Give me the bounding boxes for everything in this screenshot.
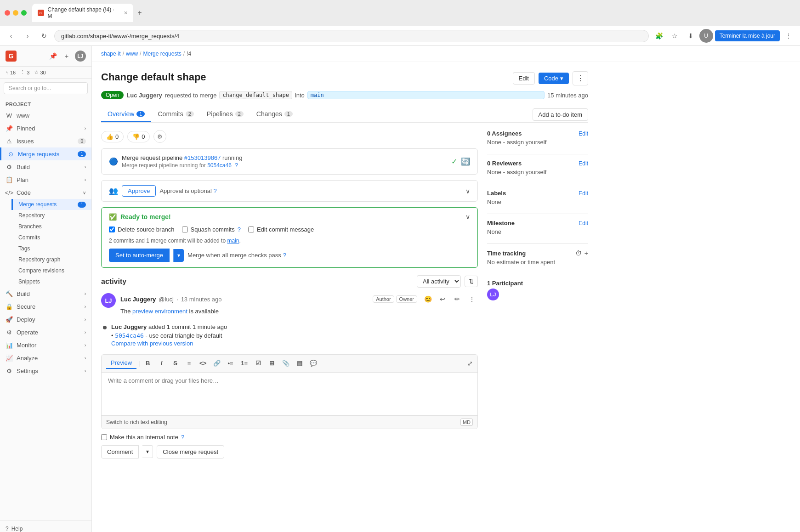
sidebar-item-monitor[interactable]: 📊 Monitor › bbox=[0, 339, 91, 351]
delete-source-label[interactable]: Delete source branch bbox=[109, 226, 175, 233]
address-bar[interactable]: gitlab.com/shape-it/www/-/merge_requests… bbox=[54, 30, 649, 42]
tab-close-btn[interactable]: ✕ bbox=[124, 10, 128, 16]
reviewers-edit-btn[interactable]: Edit bbox=[579, 160, 588, 167]
edit-mr-btn[interactable]: Edit bbox=[513, 72, 535, 85]
bold-btn[interactable]: B bbox=[142, 357, 154, 369]
labels-edit-btn[interactable]: Edit bbox=[579, 190, 588, 197]
more-comment-btn[interactable]: ⋮ bbox=[466, 293, 478, 305]
comment-textarea[interactable] bbox=[102, 373, 477, 414]
breadcrumb-merge-requests[interactable]: Merge requests bbox=[143, 51, 181, 57]
ready-collapse-btn[interactable]: ∨ bbox=[465, 213, 470, 221]
sub-compare[interactable]: Compare revisions bbox=[13, 265, 91, 276]
refresh-btn[interactable]: ↻ bbox=[38, 29, 51, 42]
download-btn[interactable]: ⬇ bbox=[684, 29, 698, 43]
auto-merge-btn[interactable]: Set to auto-merge bbox=[109, 249, 170, 262]
edit-commit-label[interactable]: Edit commit message bbox=[248, 226, 314, 233]
sub-tags[interactable]: Tags bbox=[13, 243, 91, 254]
strikethrough-btn[interactable]: S bbox=[170, 357, 182, 369]
sub-merge-requests[interactable]: Merge requests 1 bbox=[11, 199, 91, 210]
comment-dropdown-btn[interactable]: ▾ bbox=[142, 445, 153, 458]
browser-tab[interactable]: G Change default shape (!4) · M ✕ bbox=[32, 4, 133, 22]
sub-repository[interactable]: Repository bbox=[13, 210, 91, 221]
commit-hash[interactable]: 5054ca46 bbox=[115, 332, 144, 339]
collapsible-btn[interactable]: ▤ bbox=[294, 357, 306, 369]
link-btn[interactable]: 🔗 bbox=[211, 357, 223, 369]
tab-commits[interactable]: Commits 2 bbox=[151, 107, 200, 122]
preview-env-link[interactable]: preview environment bbox=[132, 308, 187, 315]
attach-btn[interactable]: 📎 bbox=[280, 357, 292, 369]
compare-link[interactable]: Compare with previous version bbox=[111, 340, 227, 347]
profile-btn[interactable]: U bbox=[699, 29, 713, 43]
milestone-edit-btn[interactable]: Edit bbox=[579, 220, 588, 226]
help-item[interactable]: ? Help bbox=[0, 521, 91, 532]
auto-merge-dropdown-btn[interactable]: ▾ bbox=[173, 249, 184, 262]
sort-btn[interactable]: ⇅ bbox=[465, 276, 478, 287]
reply-btn[interactable]: ↩ bbox=[437, 293, 448, 305]
tab-overview[interactable]: Overview 1 bbox=[101, 107, 151, 122]
sidebar-new-btn[interactable]: + bbox=[61, 51, 72, 62]
merge-note-branch[interactable]: main bbox=[227, 238, 239, 244]
emoji-react-btn[interactable]: 😊 bbox=[422, 293, 434, 305]
ordered-list-btn[interactable]: 1≡ bbox=[238, 357, 250, 369]
thumbs-down-btn[interactable]: 👎 0 bbox=[127, 131, 150, 142]
edit-comment-btn[interactable]: ✏ bbox=[451, 293, 463, 305]
approve-btn[interactable]: Approve bbox=[122, 185, 156, 197]
task-list-btn[interactable]: ☑ bbox=[252, 357, 264, 369]
forward-btn[interactable]: › bbox=[21, 29, 34, 42]
maximize-window-btn[interactable] bbox=[21, 10, 27, 16]
breadcrumb-shape-it[interactable]: shape-it bbox=[101, 51, 121, 57]
sub-repo-graph[interactable]: Repository graph bbox=[13, 254, 91, 265]
sidebar-item-operate[interactable]: ⚙ Operate › bbox=[0, 326, 91, 339]
sidebar-item-settings[interactable]: ⚙ Settings › bbox=[0, 364, 91, 377]
close-mr-btn[interactable]: Close merge request bbox=[157, 445, 224, 458]
sidebar-item-deploy[interactable]: 🚀 Deploy › bbox=[0, 313, 91, 326]
edit-commit-checkbox[interactable] bbox=[248, 226, 254, 232]
pipeline-link[interactable]: #1530139867 bbox=[184, 154, 221, 161]
sub-snippets[interactable]: Snippets bbox=[13, 276, 91, 287]
sidebar-item-merge-requests[interactable]: ⊙ Merge requests 1 bbox=[0, 147, 91, 160]
cta-button[interactable]: Terminer la mise à jour bbox=[715, 30, 780, 41]
tab-changes[interactable]: Changes 1 bbox=[250, 107, 299, 122]
sidebar-item-build[interactable]: 🔨 Build › bbox=[0, 287, 91, 300]
sidebar-item-secure[interactable]: 🔒 Secure › bbox=[0, 300, 91, 313]
star-btn[interactable]: ☆ bbox=[668, 29, 682, 43]
list-btn[interactable]: ≡ bbox=[183, 357, 195, 369]
sidebar-item-manage[interactable]: ⚙ Build › bbox=[0, 160, 91, 173]
comment-preview-tab[interactable]: Preview bbox=[106, 357, 136, 369]
expand-editor-btn[interactable]: ⤢ bbox=[467, 360, 473, 367]
assignees-edit-btn[interactable]: Edit bbox=[579, 130, 588, 137]
user-avatar[interactable]: LJ bbox=[75, 51, 86, 62]
search-box[interactable]: Search or go to... bbox=[4, 82, 88, 94]
sub-commits[interactable]: Commits bbox=[13, 232, 91, 243]
back-btn[interactable]: ‹ bbox=[5, 29, 17, 42]
squash-commits-checkbox[interactable] bbox=[182, 226, 188, 232]
bullet-list-btn[interactable]: •≡ bbox=[225, 357, 237, 369]
code-btn[interactable]: Code ▾ bbox=[539, 73, 569, 84]
new-tab-btn[interactable]: + bbox=[133, 6, 146, 19]
sidebar-item-www[interactable]: W www bbox=[0, 109, 91, 122]
internal-note-checkbox[interactable] bbox=[101, 434, 107, 440]
sidebar-pin-btn[interactable]: 📌 bbox=[47, 51, 58, 62]
time-clock-btn[interactable]: ⏱ bbox=[575, 249, 582, 257]
delete-source-checkbox[interactable] bbox=[109, 226, 115, 232]
tab-pipelines[interactable]: Pipelines 2 bbox=[200, 107, 250, 122]
breadcrumb-www[interactable]: www bbox=[126, 51, 138, 57]
emoji-settings-btn[interactable]: ⚙ bbox=[153, 130, 166, 143]
sidebar-item-pinned[interactable]: 📌 Pinned › bbox=[0, 122, 91, 135]
extensions-btn[interactable]: 🧩 bbox=[652, 29, 666, 43]
table-btn[interactable]: ⊞ bbox=[266, 357, 278, 369]
comment-btn[interactable]: Comment bbox=[101, 445, 139, 458]
target-branch[interactable]: main bbox=[307, 91, 545, 99]
add-todo-btn[interactable]: Add a to-do item bbox=[533, 108, 588, 121]
activity-filter-select[interactable]: All activity bbox=[417, 275, 461, 288]
diagram-btn[interactable]: 💬 bbox=[307, 357, 319, 369]
approve-collapse-btn[interactable]: ∨ bbox=[465, 187, 470, 195]
minimize-window-btn[interactable] bbox=[13, 10, 18, 16]
squash-commits-label[interactable]: Squash commits ? bbox=[182, 226, 241, 233]
switch-rich-text[interactable]: Switch to rich text editing bbox=[106, 419, 167, 425]
sidebar-item-plan[interactable]: 📋 Plan › bbox=[0, 173, 91, 186]
sidebar-item-issues[interactable]: ⚠ Issues 0 bbox=[0, 135, 91, 147]
menu-btn[interactable]: ⋮ bbox=[782, 29, 795, 43]
more-options-btn[interactable]: ⋮ bbox=[573, 71, 588, 85]
italic-btn[interactable]: I bbox=[156, 357, 168, 369]
